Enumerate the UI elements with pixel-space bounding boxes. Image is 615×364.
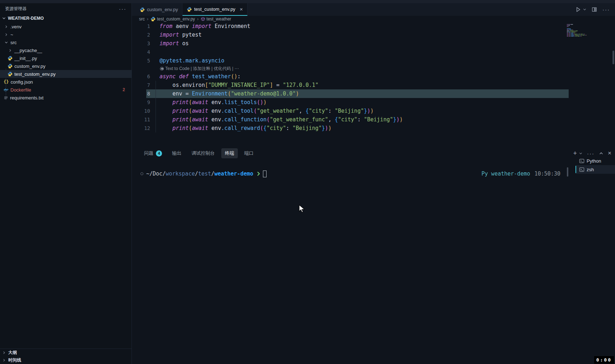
breadcrumb-separator: › (147, 17, 148, 22)
run-button[interactable] (575, 7, 581, 12)
code-editor[interactable]: 1from aenv import Environment2import pyt… (132, 22, 615, 147)
breadcrumb-item-test_weather[interactable]: test_weather (201, 17, 231, 22)
symbol-cube-icon (201, 17, 205, 21)
line-number: 12 (132, 124, 150, 132)
terminal-instance-list: Pythonzsh (575, 157, 615, 174)
docker-whale-icon (4, 87, 9, 92)
code-line-9[interactable]: 9 print(await env.list_tools()) (132, 98, 615, 107)
code-line-7[interactable]: 7 os.environ["DUMMY_INSTANCE_IP"] = "127… (132, 81, 615, 89)
json-braces-icon: {} (4, 79, 9, 84)
breadcrumb-item-test_custom_env.py[interactable]: test_custom_env.py (151, 17, 195, 22)
text-file-icon (4, 95, 8, 100)
chevron-down-icon (1, 16, 6, 21)
panel-tab-终端[interactable]: 终端 (221, 148, 238, 158)
tree-item-label: __pycache__ (14, 48, 42, 53)
tree-item-label: config.json (10, 79, 33, 85)
sidebar-section-时间线[interactable]: 时间线 (0, 356, 131, 364)
breadcrumb-label: test_weather (207, 17, 231, 22)
project-root-row[interactable]: WEATHER-DEMO (0, 14, 131, 23)
terminal-instance-label: Python (587, 158, 601, 164)
terminal-right-prompt: Py weather-demo10:50:30 (481, 169, 560, 178)
tree-item-.venv[interactable]: .venv (0, 23, 131, 31)
line-number: 5 (132, 56, 150, 65)
terminal-icon (579, 167, 584, 172)
file-tree: .venv~src__pycache____init__.pycustom_en… (0, 23, 131, 102)
python-icon (8, 71, 13, 76)
code-text: os.environ["DUMMY_INSTANCE_IP"] = "127.0… (159, 81, 319, 89)
line-number: 9 (132, 98, 150, 107)
chevron-right-icon (1, 358, 6, 363)
run-dropdown-chevron-icon[interactable] (583, 8, 586, 11)
chevron-right-icon (4, 32, 9, 37)
breadcrumb-item-src[interactable]: src (139, 17, 145, 22)
tree-item-src[interactable]: src (0, 38, 131, 46)
explorer-more-icon[interactable]: ··· (119, 6, 126, 12)
chevron-right-icon (1, 350, 6, 355)
tree-item-~[interactable]: ~ (0, 31, 131, 38)
sidebar-section-大纲[interactable]: 大纲 (0, 349, 131, 356)
tree-item-requirements.txt[interactable]: requirements.txt (0, 94, 131, 102)
panel-tab-调试控制台[interactable]: 调试控制台 (188, 148, 218, 158)
tree-item-custom_env.py[interactable]: custom_env.py (0, 62, 131, 70)
editor-tab-bar: custom_env.pytest_custom_env.py× ··· (132, 3, 615, 16)
code-line-3[interactable]: 3import os (132, 39, 615, 48)
panel-tab-端口[interactable]: 端口 (241, 148, 257, 158)
terminal-prompt-path: ~/Doc/workspace/test/weather-demo (146, 169, 253, 178)
panel-tab-问题[interactable]: 问题4 (140, 148, 166, 158)
chevron-down-icon (4, 40, 9, 45)
panel-more-icon[interactable]: ··· (587, 150, 595, 157)
terminal-view[interactable]: ~/Doc/workspace/test/weather-demo Py wea… (132, 159, 573, 364)
breadcrumb-label: test_custom_env.py (157, 17, 195, 22)
codelens-ai-icon (159, 66, 164, 71)
panel-tab-输出[interactable]: 输出 (168, 148, 185, 158)
problems-badge: 4 (156, 150, 162, 157)
terminal-instance-label: zsh (587, 167, 594, 172)
code-text: @pytest.mark.asyncio (159, 56, 225, 65)
tree-item-label: requirements.txt (10, 95, 43, 101)
line-number: 4 (132, 48, 150, 56)
code-text: from aenv import Environment (159, 22, 250, 31)
panel-close-icon[interactable]: × (608, 150, 611, 157)
editor-tab-custom_env.py[interactable]: custom_env.py (135, 3, 182, 16)
code-line-2[interactable]: 2import pytest (132, 31, 615, 39)
tree-item-__init__.py[interactable]: __init__.py (0, 54, 131, 62)
code-text: import pytest (159, 31, 202, 39)
code-line-4[interactable]: 4 (132, 48, 615, 56)
terminal-instance-Python[interactable]: Python (575, 157, 615, 165)
code-line-12[interactable]: 12 print(await env.call_reward({"city": … (132, 124, 615, 132)
python-icon (8, 64, 13, 69)
line-number: 8 (132, 89, 150, 98)
code-line-6[interactable]: 6async def test_weather(): (132, 72, 615, 81)
tree-item-test_custom_env.py[interactable]: test_custom_env.py (0, 70, 131, 78)
panel-maximize-chevron-icon[interactable] (599, 151, 603, 155)
tree-item-config.json[interactable]: {}config.json (0, 78, 131, 86)
tab-python-icon (187, 7, 192, 12)
terminal-instance-zsh[interactable]: zsh (575, 165, 615, 174)
tree-item-label: Dockerfile (10, 87, 31, 93)
editor-tab-test_custom_env.py[interactable]: test_custom_env.py× (182, 3, 247, 16)
code-line-10[interactable]: 10 print(await env.call_tool("get_weathe… (132, 107, 615, 115)
tree-item-__pycache__[interactable]: __pycache__ (0, 46, 131, 54)
code-line-11[interactable]: 11 print(await env.call_function("get_we… (132, 115, 615, 124)
tab-label: custom_env.py (147, 7, 178, 12)
tree-item-Dockerfile[interactable]: Dockerfile2 (0, 86, 131, 94)
more-actions-icon[interactable]: ··· (602, 6, 610, 13)
codelens-actions[interactable]: Text to Code | 添加注释 | 优化代码 | ⋯ (132, 65, 615, 72)
new-terminal-icon[interactable]: + (573, 150, 577, 157)
terminal-profile-chevron-icon[interactable] (579, 152, 582, 155)
code-text: print(await env.list_tools()) (159, 98, 267, 107)
code-line-5[interactable]: 5@pytest.mark.asyncio (132, 56, 615, 65)
code-line-1[interactable]: 1from aenv import Environment (132, 22, 615, 31)
line-number: 6 (132, 72, 150, 81)
tab-close-icon[interactable]: × (240, 6, 243, 12)
editor-group: custom_env.pytest_custom_env.py× ··· src… (132, 3, 615, 364)
panel-scrollbar-thumb[interactable] (567, 167, 568, 177)
section-label: 大纲 (8, 350, 17, 356)
panel-tab-label: 问题 (144, 150, 153, 157)
code-line-8[interactable]: 8 env = Environment("weather-demo@1.0.0"… (132, 89, 615, 98)
terminal-cursor (263, 171, 267, 177)
tree-item-label: test_custom_env.py (14, 71, 56, 77)
tree-item-label: custom_env.py (14, 64, 45, 69)
split-editor-icon[interactable] (592, 7, 597, 12)
code-text: env = Environment("weather-demo@1.0.0") (159, 89, 299, 98)
